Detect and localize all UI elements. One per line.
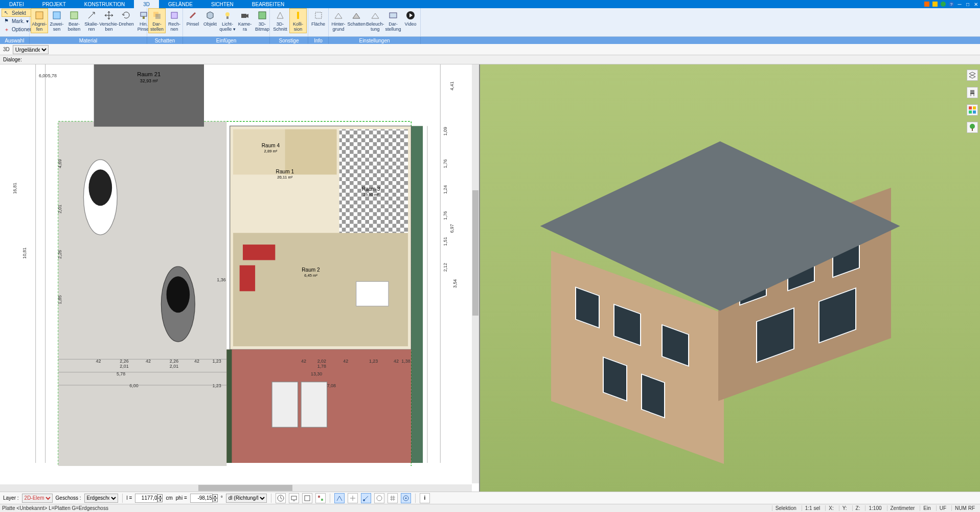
group-label-auswahl: Auswahl: [0, 37, 30, 44]
monitor-icon[interactable]: [289, 493, 299, 503]
svg-text:6,97: 6,97: [449, 224, 454, 233]
svg-text:1,76: 1,76: [443, 159, 448, 168]
layers-icon[interactable]: [967, 70, 978, 81]
skalieren-button[interactable]: Skalie- ren: [83, 8, 100, 33]
ribbon-group-info: Fläche: [308, 8, 329, 36]
terrain-select[interactable]: Urgelände: [13, 45, 49, 54]
svg-rect-105: [969, 106, 972, 109]
menu-tab-bearbeiten[interactable]: BEARBEITEN: [243, 0, 293, 8]
menu-tab-projekt[interactable]: PROJEKT: [33, 0, 75, 8]
darstellung-button[interactable]: Dar- stellung: [384, 8, 402, 33]
mode-label: 3D: [3, 47, 10, 52]
svg-text:1,78: 1,78: [317, 364, 326, 369]
svg-rect-12: [171, 12, 177, 18]
clock-icon[interactable]: [276, 493, 286, 503]
status-zoom: 1:100: [865, 505, 884, 511]
phi-input[interactable]: [190, 494, 213, 503]
kollision-button[interactable]: Kolli- sion: [289, 8, 307, 33]
background-icon: [333, 10, 344, 21]
rotate-icon: [121, 10, 132, 21]
collision-icon: [292, 10, 304, 21]
snap-btn-6[interactable]: [401, 493, 411, 503]
svg-rect-1: [932, 2, 938, 7]
video-button[interactable]: Video: [402, 8, 419, 28]
svg-rect-15: [241, 14, 246, 18]
workspace: Raum 21 32,93 m² Raum 4 2,89 m² Raum 1: [0, 64, 980, 492]
svg-rect-18: [315, 12, 322, 18]
status-numrf: NUM RF: [951, 505, 978, 511]
tree-icon[interactable]: [967, 122, 978, 133]
tool-btn-4[interactable]: [315, 493, 326, 503]
title-icon-3[interactable]: [939, 0, 947, 8]
svg-text:20,11 m²: 20,11 m²: [277, 175, 292, 180]
svg-text:6,00: 6,00: [129, 383, 138, 388]
menu-tab-3d[interactable]: 3D: [134, 0, 159, 8]
pinsel-button[interactable]: Pinsel: [184, 8, 201, 28]
snap-btn-3[interactable]: [361, 493, 371, 503]
group-label-info: Info: [308, 37, 329, 44]
status-selektion: Selektion: [772, 505, 800, 511]
geschoss-label: Geschoss :: [56, 495, 81, 501]
svg-text:1,24: 1,24: [443, 185, 448, 194]
menu-tab-sichten[interactable]: SICHTEN: [202, 0, 243, 8]
snap-btn-2[interactable]: [348, 493, 358, 503]
cursor-icon: ↖: [4, 10, 10, 16]
verschieben-button[interactable]: Verschie- ben: [100, 8, 118, 33]
window-minimize[interactable]: ─: [955, 0, 964, 8]
drehen-button[interactable]: Drehen: [118, 8, 135, 28]
svg-rect-8: [141, 12, 147, 16]
view-2d[interactable]: Raum 21 32,93 m² Raum 4 2,89 m² Raum 1: [0, 64, 480, 492]
window-close[interactable]: ✕: [972, 0, 980, 8]
chair-icon[interactable]: [967, 87, 978, 98]
title-icon-1[interactable]: [923, 0, 931, 8]
angle-mode-select[interactable]: dl (Richtung/Di: [226, 494, 267, 503]
geschoss-select[interactable]: Erdgeschos: [84, 494, 118, 503]
camera-icon: [239, 10, 250, 21]
scrollbar-horizontal[interactable]: [0, 484, 472, 492]
darstellen-button[interactable]: Dar- stellen: [148, 8, 166, 33]
help-icon[interactable]: ?: [947, 0, 955, 8]
objekt-button[interactable]: Objekt: [201, 8, 219, 28]
layer-select[interactable]: 2D-Elemen: [22, 494, 53, 503]
ribbon-group-sonstige: 3D- Schnitt Kolli- sion: [270, 8, 308, 36]
snap-btn-4[interactable]: [374, 493, 384, 503]
3d-schnitt-button[interactable]: 3D- Schnitt: [271, 8, 289, 33]
ribbon-group-einfuegen: Pinsel Objekt Licht- quelle ▾ Kame- ra 3…: [183, 8, 270, 36]
flaeche-button[interactable]: Fläche: [309, 8, 327, 28]
bearbeiten-button[interactable]: Bear- beiten: [65, 8, 83, 33]
menu-tab-gelaende[interactable]: GELÄNDE: [159, 0, 202, 8]
3d-bitmap-button[interactable]: 3D- Bitmap: [254, 8, 271, 33]
hintergrund-button[interactable]: Hinter- grund: [330, 8, 347, 33]
svg-rect-54: [411, 126, 423, 463]
svg-text:6,00: 6,00: [39, 73, 48, 78]
l-input[interactable]: [135, 494, 157, 503]
kamera-button[interactable]: Kame- ra: [236, 8, 254, 33]
svg-point-120: [405, 497, 406, 499]
lichtquelle-button[interactable]: Licht- quelle ▾: [219, 8, 236, 33]
grid-icon[interactable]: [388, 493, 398, 503]
menu-tab-datei[interactable]: DATEI: [0, 0, 33, 8]
abgreifen-button[interactable]: Abgrei- fen: [31, 8, 48, 33]
color-palette-icon[interactable]: [967, 104, 978, 116]
view-3d[interactable]: [480, 64, 980, 492]
rechnen-button[interactable]: Rech- nen: [166, 8, 183, 33]
info-icon[interactable]: i: [420, 493, 430, 503]
svg-text:2,01: 2,01: [120, 364, 128, 369]
beleuchtung-button[interactable]: Beleuch- tung: [366, 8, 385, 33]
section-icon: [275, 10, 286, 21]
svg-point-2: [941, 2, 946, 7]
snap-btn-1[interactable]: [334, 493, 345, 503]
area-icon: [313, 10, 324, 21]
phi-spinner[interactable]: ▲▼: [213, 494, 218, 502]
zuweisen-button[interactable]: Zuwei- sen: [48, 8, 65, 33]
schatten-settings-button[interactable]: Schatten: [347, 8, 366, 28]
scrollbar-vertical[interactable]: [472, 64, 479, 483]
svg-point-30: [167, 276, 190, 313]
svg-rect-9: [143, 16, 145, 19]
tool-btn-3[interactable]: [302, 493, 312, 503]
window-restore[interactable]: □: [964, 0, 972, 8]
l-spinner[interactable]: ▲▼: [157, 494, 163, 502]
bitmap-icon: [257, 10, 268, 21]
menu-tab-konstruktion[interactable]: KONSTRUKTION: [75, 0, 134, 8]
title-icon-2[interactable]: [931, 0, 939, 8]
